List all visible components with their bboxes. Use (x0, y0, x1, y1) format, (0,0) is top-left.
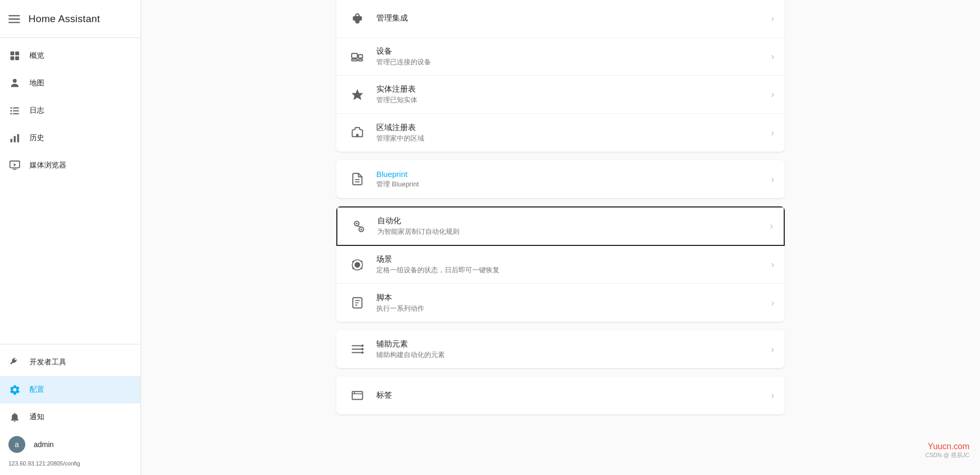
watermark: Yuucn.com CSDN @ 搭辰JC (925, 442, 969, 459)
list-item-scene[interactable]: 场景 定格一组设备的状态，日后即可一键恢复 › (336, 246, 785, 284)
chevron-right-icon-integration: › (771, 13, 774, 24)
svg-point-29 (356, 222, 357, 224)
sidebar-header: Home Assistant (0, 0, 141, 38)
svg-point-31 (361, 228, 362, 230)
person-icon (8, 77, 21, 89)
automation-icon (348, 220, 369, 233)
list-item-manage-integration[interactable]: 管理集成 › (336, 0, 785, 38)
svg-rect-25 (356, 134, 358, 136)
item-text-devices: 设备 管理已连接的设备 (376, 46, 767, 67)
item-text-script: 脚本 执行一系列动作 (376, 293, 767, 313)
watermark-sub: CSDN @ 搭辰JC (925, 451, 969, 459)
svg-point-43 (362, 344, 364, 347)
list-item-helper[interactable]: 辅助元素 辅助构建自动化的元素 › (336, 330, 785, 368)
chevron-right-icon-devices: › (771, 51, 774, 62)
hamburger-icon[interactable] (8, 13, 20, 25)
device-icon (347, 50, 368, 64)
chevron-right-icon-entity: › (771, 89, 774, 100)
chevron-right-icon-tag: › (771, 390, 774, 401)
sidebar-item-devtools[interactable]: 开发者工具 (0, 349, 141, 376)
svg-rect-12 (11, 113, 12, 115)
chevron-right-icon-area: › (771, 127, 774, 138)
item-text-blueprint: Blueprint 管理 Blueprint (376, 170, 767, 189)
chevron-right-icon-script: › (771, 298, 774, 309)
sidebar-item-admin[interactable]: a admin (0, 431, 141, 458)
item-title-integration: 管理集成 (376, 13, 767, 23)
sidebar: Home Assistant 概览 地图 (0, 0, 141, 475)
item-title-entity: 实体注册表 (376, 84, 767, 94)
item-subtitle-devices: 管理已连接的设备 (376, 57, 767, 67)
sidebar-nav: 概览 地图 (0, 38, 141, 344)
section-automation: 自动化 为智能家居制订自动化规则 › (336, 206, 785, 322)
sidebar-label-config: 配置 (29, 385, 44, 394)
svg-rect-46 (352, 391, 363, 399)
svg-rect-8 (11, 107, 12, 109)
list-item-tag[interactable]: 标签 › (336, 377, 785, 414)
sidebar-item-history[interactable]: 历史 (0, 124, 141, 152)
item-subtitle-script: 执行一系列动作 (376, 304, 767, 313)
svg-rect-6 (15, 56, 19, 60)
entity-icon (347, 88, 368, 102)
item-subtitle-entity: 管理已知实体 (376, 95, 767, 105)
chevron-right-icon-scene: › (771, 259, 774, 270)
svg-rect-3 (11, 52, 14, 55)
svg-line-32 (357, 225, 362, 226)
sidebar-item-log[interactable]: 日志 (0, 97, 141, 124)
chevron-right-icon-blueprint: › (771, 174, 774, 185)
item-subtitle-helper: 辅助构建自动化的元素 (376, 350, 767, 360)
item-title-helper: 辅助元素 (376, 339, 767, 349)
item-title-scene: 场景 (376, 254, 767, 264)
list-item-entity-registry[interactable]: 实体注册表 管理已知实体 › (336, 76, 785, 114)
item-text-helper: 辅助元素 辅助构建自动化的元素 (376, 339, 767, 360)
chevron-right-icon-helper: › (771, 344, 774, 355)
wrench-icon (8, 357, 21, 368)
blueprint-icon (347, 172, 368, 186)
item-text-tag: 标签 (376, 390, 767, 401)
area-icon (347, 126, 368, 140)
play-icon (8, 160, 21, 171)
item-subtitle-scene: 定格一组设备的状态，日后即可一键恢复 (376, 265, 767, 275)
svg-rect-23 (352, 59, 357, 61)
item-title-blueprint: Blueprint (376, 170, 767, 179)
sidebar-item-config[interactable]: 配置 (0, 376, 141, 403)
watermark-main: Yuucn.com (925, 442, 969, 451)
section-helper: 辅助元素 辅助构建自动化的元素 › (336, 330, 785, 368)
svg-rect-2 (8, 22, 20, 23)
section-blueprint: Blueprint 管理 Blueprint › (336, 160, 785, 198)
svg-rect-9 (13, 107, 19, 108)
url-bar: 123.60.93.121:20805/config (0, 458, 141, 471)
avatar: a (8, 436, 25, 453)
main-content: 管理集成 › 设备 管理已连接的设备 › (141, 0, 980, 475)
svg-point-33 (355, 262, 361, 268)
item-subtitle-blueprint: 管理 Blueprint (376, 180, 767, 189)
item-title-area: 区域注册表 (376, 123, 767, 133)
list-item-area-registry[interactable]: 区域注册表 管理家中的区域 › (336, 114, 785, 152)
sidebar-item-notify[interactable]: 通知 (0, 403, 141, 431)
item-subtitle-area: 管理家中的区域 (376, 134, 767, 143)
section-top: 管理集成 › 设备 管理已连接的设备 › (336, 0, 785, 152)
bar-chart-icon (8, 132, 21, 144)
app-title: Home Assistant (28, 13, 100, 25)
svg-rect-22 (358, 59, 363, 61)
content-list: 管理集成 › 设备 管理已连接的设备 › (324, 0, 797, 414)
list-item-blueprint[interactable]: Blueprint 管理 Blueprint › (336, 160, 785, 198)
section-tag: 标签 › (336, 377, 785, 414)
svg-point-38 (361, 267, 363, 269)
svg-rect-19 (13, 169, 16, 170)
svg-rect-4 (15, 52, 19, 55)
item-title-script: 脚本 (376, 293, 767, 303)
sidebar-item-media[interactable]: 媒体浏览器 (0, 152, 141, 179)
sidebar-item-overview[interactable]: 概览 (0, 42, 141, 70)
list-item-devices[interactable]: 设备 管理已连接的设备 › (336, 38, 785, 76)
svg-marker-18 (14, 163, 16, 166)
sidebar-label-media: 媒体浏览器 (29, 161, 66, 170)
sidebar-bottom: 开发者工具 配置 通知 a admin 123.60.93.121:20 (0, 344, 141, 475)
svg-point-35 (352, 260, 354, 262)
sidebar-label-devtools: 开发者工具 (29, 358, 66, 367)
list-item-script[interactable]: 脚本 执行一系列动作 › (336, 284, 785, 322)
item-title-tag: 标签 (376, 390, 767, 400)
list-item-automation[interactable]: 自动化 为智能家居制订自动化规则 › (336, 206, 785, 246)
sidebar-item-map[interactable]: 地图 (0, 70, 141, 97)
item-text-automation: 自动化 为智能家居制订自动化规则 (377, 216, 766, 236)
svg-rect-1 (8, 18, 20, 19)
